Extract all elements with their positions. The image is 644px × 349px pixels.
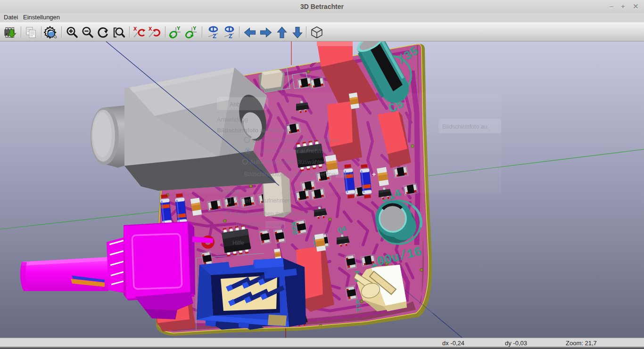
svg-text:+: + [372,170,376,178]
svg-text:Y: Y [193,26,197,31]
svg-text:Abbrechen: Abbrechen [230,101,258,108]
svg-text:Hilfe: Hilfe [232,240,244,246]
svg-text:Anwendung: Anwendung [217,116,248,123]
svg-text:X: X [133,26,137,32]
svg-text:Aufnahmebereich auswählen: Aufnahmebereich auswählen [250,159,326,165]
svg-text:Aktuelles Fenster aufnehmen: Aktuelles Fenster aufnehmen [253,148,330,154]
svg-text:Bildschirmfoto aufnehmen: Bildschirmfoto aufnehmen [217,127,291,134]
svg-text:Zeiger mit aufnehmen: Zeiger mit aufnehmen [234,197,291,204]
svg-text:0: 0 [338,171,341,178]
svg-text:Fensterrahmen mit aufnehmen: Fensterrahmen mit aufnehmen [234,211,314,217]
svg-text:X: X [149,26,152,32]
svg-text:Bildschirmfoto au: Bildschirmfoto au [442,123,487,130]
svg-text:wi1: wi1 [354,300,362,312]
svg-text:Effekte: Effekte [220,188,239,195]
svg-text:Gesamten Bildschirm aufnehmen: Gesamten Bildschirm aufnehmen [252,137,339,144]
svg-text:Y: Y [177,26,181,31]
svg-text:keiner: keiner [268,221,284,228]
svg-text:Z: Z [229,32,232,39]
svg-text:Z: Z [213,32,216,39]
